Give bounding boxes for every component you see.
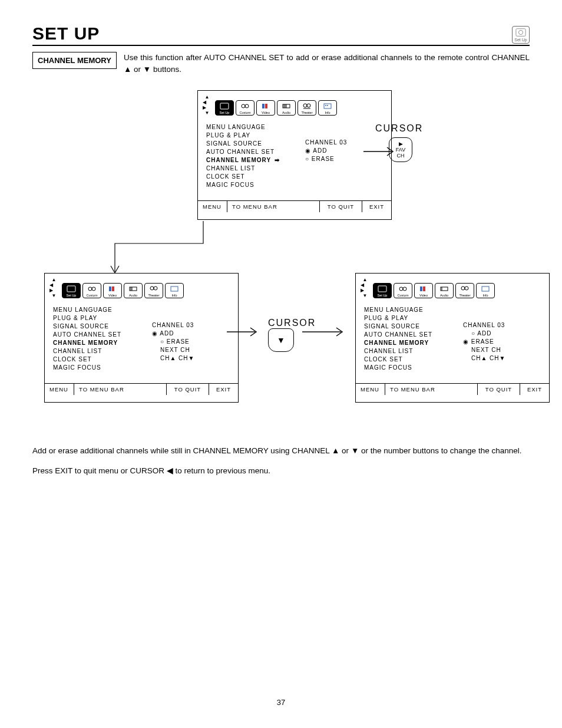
svg-rect-2 [220,103,229,109]
svg-point-12 [307,104,310,107]
menu-item: CLOCK SET [206,173,305,180]
svg-point-31 [399,287,403,291]
nav-arrows-icon: ▲◀ ▶▼ [49,277,59,298]
tab-custom: Custom [394,283,412,298]
tab-audio: Audio [124,283,143,298]
tab-theater: Theater [297,100,316,116]
svg-point-15 [327,105,328,106]
menu-item-selected: CHANNEL MEMORY [206,157,305,163]
menu-item: CHANNEL LIST [206,165,305,172]
section-label: CHANNEL MEMORY [32,52,117,69]
paragraph: Press EXIT to quit menu or CURSOR ◀ to r… [32,465,530,477]
menu-item-selected: CHANNEL MEMORY [53,340,152,346]
menu-item: MAGIC FOCUS [206,182,305,188]
tab-audio: Audio [435,283,454,298]
tab-info: Info [165,283,184,298]
tab-setup: Set Up [373,283,392,298]
svg-point-11 [303,104,307,107]
menu-item: PLUG & PLAY [206,132,305,139]
tab-video: Video [103,283,122,298]
tab-custom: Custom [236,100,254,116]
tab-setup: Set Up [62,283,81,298]
svg-point-19 [92,287,95,291]
svg-point-18 [88,287,92,291]
intro-text: Use this function after AUTO CHANNEL SET… [124,52,530,76]
svg-rect-34 [423,286,425,291]
svg-rect-0 [516,29,525,37]
down-triangle-icon: ▼ [351,446,359,455]
svg-point-14 [325,105,326,106]
up-triangle-icon: ▲ [124,65,131,74]
svg-point-1 [518,30,523,34]
tab-bar: ▲◀ ▶▼ Set Up Custom Video Audio Theater … [198,91,391,118]
menu-item-selected: CHANNEL MEMORY [364,340,463,346]
svg-rect-27 [171,286,178,291]
tab-theater: Theater [144,283,163,298]
tab-custom: Custom [82,283,101,298]
menu-item: AUTO CHANNEL SET [206,149,305,155]
svg-rect-5 [262,104,265,108]
osd-panel-bottom-right: ▲◀ ▶▼ Set Up Custom Video Audio Theater … [355,273,550,403]
svg-rect-6 [265,104,267,108]
osd-panel-bottom-left: ▲◀ ▶▼ Set Up Custom Video Audio Theater … [44,273,239,403]
paragraph: Add or erase additional channels while s… [32,445,530,457]
setup-icon-label: Set Up [514,38,527,42]
nav-arrows-icon: ▲◀ ▶▼ [203,94,212,116]
setup-icon: Set Up [512,26,530,44]
menu-item: MENU LANGUAGE [206,124,305,130]
intro-row: CHANNEL MEMORY Use this function after A… [32,52,530,76]
channel-value: CHANNEL 03 [305,139,383,146]
svg-point-25 [150,286,154,290]
svg-point-3 [242,104,245,108]
tab-video: Video [414,283,433,298]
up-triangle-icon: ▲ [332,446,339,455]
down-triangle-icon: ▼ [143,65,151,74]
arrow-right-icon [301,326,348,338]
erase-option-selected: ERASE [463,338,541,345]
svg-rect-20 [109,286,111,291]
arrow-right-icon [226,326,261,338]
svg-rect-17 [67,286,75,292]
svg-point-38 [465,286,468,290]
tab-info: Info [476,283,495,298]
svg-point-37 [461,286,465,290]
tab-audio: Audio [277,100,296,116]
svg-rect-33 [420,286,422,291]
add-option-selected: ADD [152,330,230,337]
svg-point-26 [154,286,157,290]
nav-arrows-icon: ▲◀ ▶▼ [361,277,370,298]
tab-video: Video [256,100,275,116]
diagram-area: ▲◀ ▶▼ Set Up Custom Video Audio Theater … [32,90,530,438]
tab-info: Info [318,100,337,116]
cursor-label: CURSOR [375,123,423,134]
svg-point-32 [403,287,406,291]
page-header: SET UP Set Up [32,24,530,46]
svg-rect-39 [482,286,489,291]
osd-footer: MENU TO MENU BAR TO QUIT EXIT [198,200,391,212]
flow-line-icon [103,220,209,279]
left-triangle-icon: ◀ [167,466,173,475]
fav-ch-button[interactable]: ▶ FAV CH [389,137,412,162]
cursor-down-button[interactable]: ▼ [268,328,294,352]
tab-theater: Theater [455,283,474,298]
menu-item: SIGNAL SOURCE [206,140,305,147]
page-title: SET UP [32,24,100,44]
tab-setup: Set Up [215,100,234,116]
svg-rect-30 [378,286,386,292]
svg-point-4 [245,104,249,108]
page-number: 37 [0,698,562,707]
svg-rect-21 [112,286,114,291]
